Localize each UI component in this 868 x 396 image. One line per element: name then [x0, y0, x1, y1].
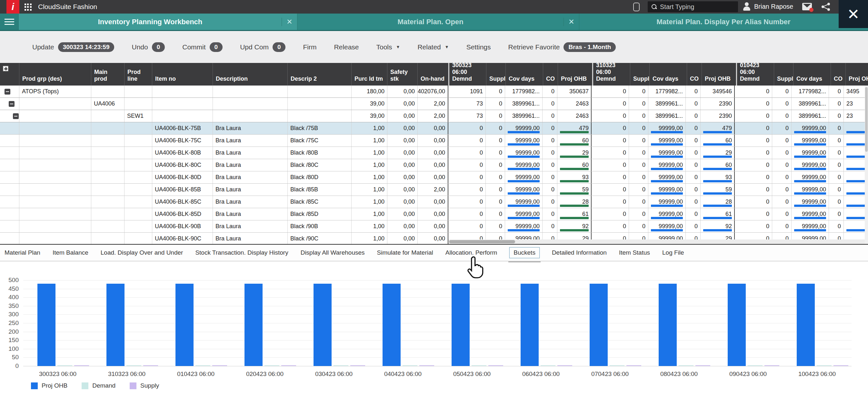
bottom-tab-item-balance[interactable]: Item Balance [53, 249, 88, 256]
cell-main-prod[interactable] [91, 184, 125, 195]
cell-suppl[interactable]: 0 [486, 134, 505, 147]
cell-proj-ohb[interactable]: 29 [557, 147, 592, 159]
cell-proj-ohb[interactable]: 60 [701, 159, 735, 171]
cell-proj-ohb[interactable]: 60 [557, 134, 592, 147]
cell-prod-grp-des-[interactable] [19, 159, 91, 171]
cell-purc-ld-tm[interactable]: 1,00 [351, 171, 388, 183]
cell-prod-grp-des-[interactable] [19, 233, 91, 245]
cell-prod-grp-des-[interactable]: ATOPS (Tops) [19, 86, 91, 97]
cell-description[interactable]: Bra Laura [213, 122, 288, 134]
cell-demnd[interactable]: 0 [448, 122, 486, 134]
cell-description[interactable]: Bra Laura [213, 196, 288, 208]
cell-proj-ohb[interactable]: 28 [557, 196, 592, 208]
cell-demnd[interactable]: 0 [734, 122, 772, 134]
proj-ohb-bar[interactable] [245, 284, 262, 366]
cell-proj-ohb[interactable]: 2390 [701, 98, 735, 110]
infor-logo-icon[interactable]: i [6, 0, 19, 13]
demand-bar[interactable] [472, 365, 487, 366]
cell-demnd[interactable]: 0 [591, 159, 629, 171]
column-header-proj-ohb[interactable]: Proj OHB [702, 63, 736, 86]
cell-descrip-2[interactable]: Black /75B [288, 122, 351, 134]
bottom-tab-simulate-for-material[interactable]: Simulate for Material [377, 249, 433, 256]
cell-item-no[interactable]: UA4006-BLK-85D [152, 208, 213, 220]
bottom-tab-allocation-perform[interactable]: Allocation. Perform [445, 249, 497, 256]
cell-cov-days[interactable]: 99999,00 [648, 208, 686, 220]
cell-co[interactable]: 0 [542, 208, 557, 220]
cell-safety-stk[interactable]: 0,00 [388, 110, 418, 122]
column-header-3003230600-demnd[interactable]: 300323 06:00Demnd [448, 63, 487, 86]
cell-cov-days[interactable]: 99999,00 [505, 134, 542, 147]
cell-purc-ld-tm[interactable]: 1,00 [351, 122, 388, 134]
cell-suppl[interactable]: 0 [772, 98, 792, 110]
cell-cov-days[interactable]: 3899961... [792, 110, 829, 122]
cell-purc-ld-tm[interactable]: 1,00 [351, 233, 388, 245]
cell-on-hand[interactable]: 2,00 [418, 184, 448, 195]
cell-demnd[interactable]: 0 [448, 171, 486, 183]
cell-description[interactable]: Bra Laura [213, 233, 288, 245]
supply-bar[interactable] [281, 365, 296, 366]
cell-co[interactable]: 0 [686, 171, 701, 183]
cell-main-prod[interactable]: UA4006 [91, 98, 125, 110]
cell-demnd[interactable]: 0 [591, 134, 629, 147]
cell-proj-ohb[interactable]: 2463 [557, 110, 592, 122]
cell-safety-stk[interactable]: 0,00 [388, 184, 418, 195]
cell-proj-ohb[interactable] [844, 134, 868, 147]
cell-demnd[interactable]: 0 [734, 134, 772, 147]
cell-suppl[interactable]: 0 [486, 98, 505, 110]
cell-purc-ld-tm[interactable]: 39,00 [351, 98, 388, 110]
cell-prod-line[interactable] [125, 220, 152, 232]
bottom-tab-log-file[interactable]: Log File [662, 249, 684, 256]
cell-main-prod[interactable] [91, 110, 125, 122]
column-header-purc-ld-tm[interactable]: Purc ld tm [351, 63, 388, 86]
supply-bar[interactable] [488, 365, 503, 366]
cell-co[interactable]: 0 [542, 134, 557, 147]
cell-co[interactable]: 0 [829, 122, 844, 134]
cell-item-no[interactable]: UA4006-BLK-80C [152, 159, 213, 171]
cell-suppl[interactable]: 0 [629, 159, 648, 171]
column-header-safety-stk[interactable]: Safety stk [388, 63, 418, 86]
cell-suppl[interactable]: 0 [772, 110, 792, 122]
cell-main-prod[interactable] [91, 208, 125, 220]
bottom-tab-stock-transaction-display-history[interactable]: Stock Transaction. Display History [195, 249, 288, 256]
messages-icon[interactable] [802, 3, 812, 10]
cell-proj-ohb[interactable] [844, 159, 868, 171]
cell-suppl[interactable]: 0 [772, 220, 792, 232]
cell-descrip-2[interactable]: Black /85C [288, 196, 351, 208]
cell-prod-line[interactable] [125, 233, 152, 245]
cell-cov-days[interactable]: 99999,00 [648, 196, 686, 208]
cell-safety-stk[interactable]: 0,00 [388, 233, 418, 245]
cell-co[interactable]: 0 [829, 147, 844, 159]
cell-cov-days[interactable]: 1779982... [505, 86, 542, 97]
cell-prod-line[interactable] [125, 147, 152, 159]
cell-co[interactable]: 0 [829, 171, 844, 183]
cell-prod-grp-des-[interactable] [19, 220, 91, 232]
column-header-co[interactable]: CO [687, 63, 702, 86]
cell-demnd[interactable]: 0 [591, 220, 629, 232]
cell-co[interactable]: 0 [829, 110, 844, 122]
cell-descrip-2[interactable]: Black /80D [288, 171, 351, 183]
proj-ohb-bar[interactable] [797, 284, 815, 366]
expand-all-icon[interactable] [3, 66, 8, 71]
cell-proj-ohb[interactable]: 92 [701, 220, 735, 232]
group-row[interactable]: UA400639,000,002,007303899961...02463003… [0, 98, 868, 110]
bottom-tab-display-all-warehouses[interactable]: Display All Warehouses [301, 249, 365, 256]
cell-suppl[interactable]: 0 [772, 134, 792, 147]
supply-bar[interactable] [834, 365, 848, 366]
supply-bar[interactable] [557, 365, 572, 366]
column-header-cov-days[interactable]: Cov days [794, 63, 831, 86]
cell-cov-days[interactable]: 3899961... [648, 110, 686, 122]
cell-on-hand[interactable]: 0,00 [418, 159, 448, 171]
column-header-3103230600-demnd[interactable]: 310323 06:00Demnd [592, 63, 630, 86]
proj-ohb-bar[interactable] [382, 284, 401, 366]
cell-co[interactable]: 0 [542, 220, 557, 232]
cell-purc-ld-tm[interactable]: 1,00 [351, 134, 388, 147]
cell-cov-days[interactable]: 99999,00 [792, 208, 829, 220]
cell-safety-stk[interactable]: 0,00 [388, 147, 418, 159]
cell-suppl[interactable]: 0 [629, 220, 648, 232]
cell-demnd[interactable]: 73 [448, 98, 486, 110]
cell-description[interactable]: Bra Laura [213, 147, 288, 159]
demand-bar[interactable] [748, 365, 763, 366]
cell-cov-days[interactable]: 99999,00 [505, 184, 542, 195]
proj-ohb-bar[interactable] [728, 284, 746, 366]
cell-proj-ohb[interactable]: 28 [701, 196, 735, 208]
